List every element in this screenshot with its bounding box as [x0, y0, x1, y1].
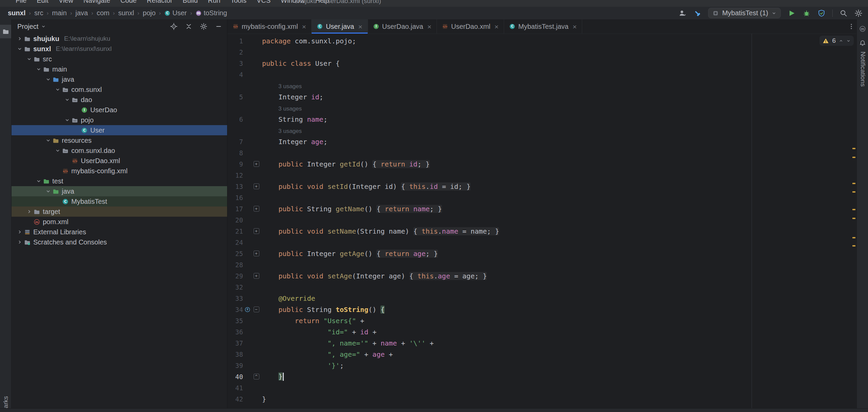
tree-item-src[interactable]: src	[12, 54, 227, 64]
tree-item-pom-xml[interactable]: mpom.xml	[12, 217, 227, 227]
notifications-tool-button[interactable]	[857, 36, 868, 50]
usages-hint[interactable]: 3 usages	[278, 128, 302, 134]
chevron-open-icon[interactable]	[44, 137, 52, 144]
tree-item-com-sunxl-dao[interactable]: com.sunxl.dao	[12, 145, 227, 156]
search-everywhere-icon[interactable]	[839, 9, 848, 17]
breadcrumb-item-user[interactable]: CUser	[164, 9, 187, 17]
folded-code[interactable]: { this.name = name; }	[413, 227, 499, 235]
project-panel-title[interactable]: Project	[17, 23, 38, 31]
tree-item-mybatis-config-xml[interactable]: </>mybatis-config.xml	[12, 166, 227, 176]
tree-item-userdao-xml[interactable]: </>UserDao.xml	[12, 156, 227, 166]
coverage-button[interactable]	[817, 9, 826, 17]
inspections-widget[interactable]: 6	[819, 36, 854, 46]
project-tool-button[interactable]	[0, 25, 11, 38]
fold-marker[interactable]: +	[252, 228, 261, 234]
tree-item-java[interactable]: java	[12, 186, 227, 196]
breadcrumb-item-sunxl[interactable]: sunxl	[118, 9, 134, 17]
chevron-open-icon[interactable]	[63, 96, 71, 103]
tab-close-icon[interactable]: ×	[495, 23, 499, 30]
tab-close-icon[interactable]: ×	[302, 23, 306, 30]
prev-warning-icon[interactable]	[839, 39, 843, 43]
tree-item-dao[interactable]: dao	[12, 95, 227, 105]
editor-tab-mybatis-config-xml[interactable]: </>mybatis-config.xml×	[227, 19, 312, 34]
usages-hint[interactable]: 3 usages	[278, 105, 302, 112]
run-button[interactable]	[788, 9, 796, 17]
tree-item-java[interactable]: java	[12, 74, 227, 84]
tree-item-main[interactable]: main	[12, 64, 227, 74]
tree-item-resources[interactable]: resources	[12, 135, 227, 145]
tree-item-external-libraries[interactable]: External Libraries	[12, 227, 227, 237]
editor-tab-user-java[interactable]: CUser.java×	[312, 19, 368, 34]
chevron-down-icon[interactable]	[41, 24, 46, 29]
menu-item-vcs[interactable]: VCS	[257, 0, 271, 4]
tree-item-test[interactable]: test	[12, 176, 227, 186]
warning-stripe-mark[interactable]	[852, 237, 855, 238]
menu-item-file[interactable]: File	[16, 0, 26, 4]
run-configuration-select[interactable]: MybatisTest (1)	[708, 8, 781, 18]
fold-marker[interactable]: +	[252, 161, 261, 167]
tree-item-sunxl[interactable]: sunxlE:\learn\sunxl\sunxl	[12, 44, 227, 54]
chevron-open-icon[interactable]	[54, 147, 61, 154]
warning-stripe-mark[interactable]	[852, 183, 855, 184]
editor-tab-userdao-java[interactable]: IUserDao.java×	[368, 19, 437, 34]
tab-close-icon[interactable]: ×	[573, 23, 577, 30]
chevron-open-icon[interactable]	[63, 116, 71, 124]
editor-tab-mybatistest-java[interactable]: CMybatisTest.java×	[504, 19, 582, 34]
warning-stripe-mark[interactable]	[852, 245, 855, 247]
menu-item-view[interactable]: View	[59, 0, 73, 4]
fold-marker[interactable]: +	[252, 273, 261, 279]
chevron-closed-icon[interactable]	[16, 35, 23, 42]
chevron-open-icon[interactable]	[16, 45, 23, 53]
folded-code[interactable]: { this.age = age; }	[409, 272, 487, 280]
tree-item-shujuku[interactable]: shujukuE:\learn\shujuku	[12, 34, 227, 44]
fold-marker[interactable]: +	[252, 183, 261, 189]
breadcrumb-item-sunxl[interactable]: sunxl	[8, 9, 25, 17]
warning-stripe-mark[interactable]	[852, 191, 855, 193]
notifications-label[interactable]: Notifications	[859, 52, 867, 87]
breadcrumb-item-tostring[interactable]: mtoString	[196, 9, 227, 17]
folded-code[interactable]: { return id; }	[372, 160, 430, 168]
menu-item-code[interactable]: Code	[121, 0, 137, 4]
chevron-closed-icon[interactable]	[16, 238, 23, 246]
warning-stripe-mark[interactable]	[852, 218, 855, 219]
usages-hint[interactable]: 3 usages	[278, 83, 302, 90]
chevron-open-icon[interactable]	[54, 86, 61, 93]
code-editor[interactable]: 1package com.sunxl.pojo;23public class U…	[227, 34, 856, 409]
fold-marker[interactable]: −	[252, 307, 261, 312]
fold-marker[interactable]: ^	[252, 374, 261, 379]
menu-item-navigate[interactable]: Navigate	[84, 0, 110, 4]
fold-marker[interactable]: +	[252, 206, 261, 212]
next-warning-icon[interactable]	[846, 39, 851, 43]
menu-item-tools[interactable]: Tools	[230, 0, 246, 4]
build-hammer-icon[interactable]	[693, 9, 701, 17]
maven-tool-button[interactable]: m	[857, 22, 868, 36]
chevron-open-icon[interactable]	[35, 177, 42, 185]
breadcrumb-item-java[interactable]: java	[75, 9, 88, 17]
collapse-all-icon[interactable]	[185, 23, 192, 30]
user-account-icon[interactable]	[678, 9, 686, 17]
chevron-open-icon[interactable]	[44, 188, 52, 195]
tab-options-kebab-icon[interactable]	[846, 19, 856, 34]
chevron-open-icon[interactable]	[25, 55, 33, 63]
tree-item-scratches-and-consoles[interactable]: Scratches and Consoles	[12, 237, 227, 247]
override-gutter-icon[interactable]	[243, 307, 252, 313]
folded-code[interactable]: { return age; }	[376, 250, 438, 258]
tree-item-user[interactable]: CUser	[12, 125, 227, 135]
breadcrumb-item-main[interactable]: main	[52, 9, 67, 17]
tree-item-pojo[interactable]: pojo	[12, 115, 227, 125]
tree-item-mybatistest[interactable]: CMybatisTest	[12, 196, 227, 207]
tree-item-com-sunxl[interactable]: com.sunxl	[12, 84, 227, 95]
warning-stripe-mark[interactable]	[852, 157, 855, 158]
menu-item-run[interactable]: Run	[208, 0, 221, 4]
tab-close-icon[interactable]: ×	[427, 23, 431, 30]
tree-item-userdao[interactable]: IUserDao	[12, 105, 227, 115]
chevron-closed-icon[interactable]	[25, 208, 33, 215]
fold-marker[interactable]: +	[252, 251, 261, 256]
breadcrumb-item-pojo[interactable]: pojo	[143, 9, 156, 17]
hide-panel-icon[interactable]	[215, 23, 222, 30]
warning-stripe-mark[interactable]	[852, 148, 855, 149]
settings-gear-icon[interactable]	[854, 9, 863, 17]
folded-code[interactable]: { this.id = id; }	[401, 182, 470, 191]
menu-item-refactor[interactable]: Refactor	[147, 0, 172, 4]
debug-button[interactable]	[802, 9, 811, 17]
